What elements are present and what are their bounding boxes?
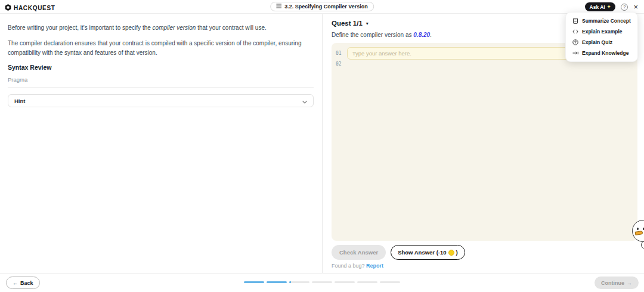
pragma-section-label: Pragma <box>8 76 314 88</box>
code-icon <box>572 29 578 35</box>
continue-button[interactable]: Continue → <box>595 277 639 289</box>
progress-segment <box>335 281 355 283</box>
sparkle-icon: ✦ <box>607 4 611 10</box>
menu-item-explain-quiz[interactable]: Explain Quiz <box>566 37 637 48</box>
lesson-title: 3.2. Specifying Compiler Version <box>284 4 368 10</box>
hint-accordion[interactable]: Hint <box>8 94 314 107</box>
caret-down-icon: ▾ <box>366 21 369 26</box>
menu-item-label: Expand Knowledge <box>582 50 628 56</box>
line-number: 01 <box>336 47 342 60</box>
show-answer-button[interactable]: Show Answer (-10 ) <box>391 245 465 260</box>
help-button[interactable]: ? <box>621 4 628 11</box>
bug-report-line: Found a bug? Report <box>332 263 637 269</box>
expand-icon <box>572 50 578 56</box>
bug-text: Found a bug? <box>332 263 365 269</box>
progress-segment <box>289 281 309 283</box>
progress-segment <box>380 281 400 283</box>
menu-item-summarize-concept[interactable]: Summarize Concept <box>566 15 637 26</box>
hackquest-logo-text: HACKQUEST <box>14 5 55 11</box>
lesson-paragraph-2: The compiler declaration ensures that yo… <box>8 39 314 58</box>
header-actions: Ask AI ✦ ? × <box>585 2 638 11</box>
chevron-down-icon <box>302 95 307 106</box>
syntax-review-heading: Syntax Review <box>8 64 314 71</box>
mascot-foot <box>641 241 644 249</box>
progress-segment <box>244 281 264 283</box>
lesson-content-panel: Before writing your project, it's import… <box>0 14 323 273</box>
hackquest-logo-icon <box>5 2 11 13</box>
hackquest-logo[interactable]: HACKQUEST <box>5 2 55 13</box>
lesson-nav-button[interactable]: 3.2. Specifying Compiler Version <box>270 2 374 11</box>
menu-item-label: Explain Quiz <box>582 39 612 45</box>
menu-item-explain-example[interactable]: Explain Example <box>566 26 637 37</box>
document-icon <box>572 18 578 24</box>
version-value: 0.8.20 <box>413 32 430 38</box>
progress-segment <box>357 281 377 283</box>
progress-bar <box>244 281 400 283</box>
top-bar: HACKQUEST 3.2. Specifying Compiler Versi… <box>0 0 644 14</box>
help-icon: ? <box>623 4 626 10</box>
question-icon <box>572 39 578 45</box>
mascot-eye <box>637 228 639 230</box>
ask-ai-label: Ask AI <box>590 4 605 10</box>
bottom-bar: ← Back Continue → <box>0 273 644 292</box>
line-number: 02 <box>336 60 342 69</box>
menu-item-label: Summarize Concept <box>582 18 631 24</box>
quest-title: Quest 1/1 <box>332 20 363 27</box>
arrow-right-icon: → <box>627 280 632 286</box>
arrow-left-icon: ← <box>13 280 18 286</box>
menu-icon <box>276 4 281 10</box>
menu-item-label: Explain Example <box>582 29 623 35</box>
progress-segment <box>312 281 332 283</box>
quest-actions: Check Answer Show Answer (-10 ) <box>332 245 637 260</box>
close-button[interactable]: × <box>633 3 638 11</box>
back-label: Back <box>20 280 33 286</box>
lesson-paragraph-1: Before writing your project, it's import… <box>8 23 314 33</box>
line-number-gutter: 01 02 <box>336 47 342 241</box>
menu-item-expand-knowledge[interactable]: Expand Knowledge <box>566 48 637 58</box>
code-editor: 01 02 <box>332 43 637 241</box>
continue-label: Continue <box>601 280 624 286</box>
ai-assistant-menu: Summarize Concept Explain Example Explai… <box>565 12 638 62</box>
compiler-version-emphasis: compiler version <box>153 24 196 31</box>
ask-ai-button[interactable]: Ask AI ✦ <box>585 2 616 11</box>
mascot-beak <box>635 231 643 235</box>
hint-label: Hint <box>14 98 25 104</box>
coin-icon <box>448 250 454 256</box>
check-answer-button[interactable]: Check Answer <box>332 245 386 260</box>
back-button[interactable]: ← Back <box>6 277 40 289</box>
progress-segment <box>267 281 287 283</box>
close-icon: × <box>633 2 638 11</box>
report-link[interactable]: Report <box>366 263 383 269</box>
lesson-page: HACKQUEST 3.2. Specifying Compiler Versi… <box>0 0 644 292</box>
